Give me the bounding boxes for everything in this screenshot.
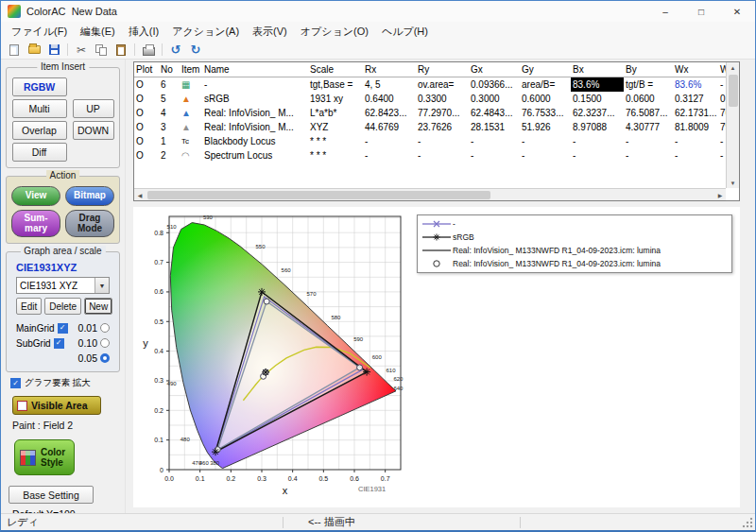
table-cell: 1 [159, 134, 180, 148]
column-header[interactable]: Wx [673, 62, 718, 77]
plot-toggle-cell[interactable]: O [134, 92, 159, 106]
table-cell: - [520, 148, 571, 163]
table-row[interactable]: O4▲Real: InfoVision_ M...L*a*b*62.8423..… [134, 106, 726, 120]
column-header[interactable]: Item [180, 62, 202, 77]
toolbar-separator [67, 43, 68, 56]
up-button[interactable]: UP [73, 99, 114, 118]
plot-toggle-cell[interactable]: O [134, 106, 159, 120]
column-header[interactable]: Ry [416, 62, 469, 77]
save-icon[interactable] [45, 42, 62, 58]
plot-toggle-cell[interactable]: O [134, 77, 159, 92]
color-style-button[interactable]: Color Style [14, 439, 75, 475]
chart-legend: -sRGBReal: InfoVision_ M133NWFD R1_04-09… [417, 215, 732, 273]
scroll-up-icon[interactable]: ▲ [727, 62, 739, 73]
legend-item: - [421, 217, 729, 231]
column-header[interactable]: Gy [520, 62, 571, 77]
visible-area-label: Visible Area [31, 400, 88, 411]
copy-icon[interactable] [93, 42, 110, 58]
scale-select[interactable]: CIE1931 XYZ ▼ [16, 277, 110, 294]
column-header[interactable]: Gx [469, 62, 520, 77]
main-area: PlotNoItemNameScaleRxRyGxGyBxByWxWO6▦-tg… [126, 60, 755, 513]
undo-icon[interactable]: ↺ [167, 42, 184, 58]
table-header: PlotNoItemNameScaleRxRyGxGyBxByWxW [134, 62, 726, 77]
legend-item: Real: InfoVision_ M133NWFD R1_04-09-2023… [421, 257, 729, 270]
tt: 0.6 [154, 288, 163, 295]
close-button[interactable]: ✕ [719, 1, 755, 22]
column-header[interactable]: Rx [363, 62, 416, 77]
table-cell: 8.97088 [571, 120, 624, 134]
table-cell: * * * [308, 148, 363, 163]
new-file-icon[interactable] [6, 42, 23, 58]
cut-icon[interactable]: ✂ [73, 42, 90, 58]
redo-icon[interactable]: ↻ [187, 42, 204, 58]
down-button[interactable]: DOWN [73, 121, 114, 140]
maximize-button[interactable]: □ [683, 1, 719, 22]
delete-button[interactable]: Delete [44, 298, 81, 315]
paste-icon[interactable] [112, 42, 129, 58]
maingrid-checkbox[interactable] [58, 323, 68, 334]
menu-item[interactable]: ファイル(F) [5, 25, 74, 39]
drag-mode-button[interactable]: Drag Mode [65, 210, 114, 237]
table-cell: 0.09366... [469, 77, 520, 92]
column-header[interactable]: Plot [134, 62, 159, 77]
subgrid-checkbox[interactable] [54, 338, 64, 349]
overlap-button[interactable]: Overlap [12, 121, 67, 140]
copy-pages-icon [95, 44, 107, 56]
table-cell: - [718, 148, 726, 163]
column-header[interactable]: By [624, 62, 673, 77]
multi-button[interactable]: Multi [12, 99, 67, 118]
visible-area-button[interactable]: Visible Area [12, 396, 101, 415]
step-010-radio[interactable] [100, 338, 110, 348]
table-row[interactable]: O6▦-tgt,Base =4, 5ov.area=0.09366...area… [134, 77, 726, 92]
app-icon [8, 5, 21, 18]
open-file-icon[interactable] [26, 42, 43, 58]
column-header[interactable]: No [159, 62, 180, 77]
menu-item[interactable]: アクション(A) [165, 25, 246, 39]
chevron-down-icon[interactable]: ▼ [94, 278, 109, 293]
rgbw-button[interactable]: RGBW [12, 77, 67, 96]
menu-item[interactable]: ヘルプ(H) [375, 25, 435, 39]
new-button[interactable]: New [84, 298, 112, 315]
print-icon[interactable] [140, 42, 157, 58]
diff-button[interactable]: Diff [12, 143, 67, 162]
table-cell: - [202, 77, 308, 92]
table-row[interactable]: O3▲Real: InfoVision_ M...XYZ44.676923.76… [134, 120, 726, 134]
table-vertical-scrollbar[interactable]: ▲ ▼ [726, 62, 739, 188]
table-horizontal-scrollbar[interactable]: ◀ ▶ [134, 188, 726, 200]
scroll-left-icon[interactable]: ◀ [134, 192, 146, 198]
menu-item[interactable]: オプション(O) [294, 25, 375, 39]
plot-toggle-cell[interactable]: O [134, 148, 159, 163]
scroll-down-icon[interactable]: ▼ [727, 178, 739, 188]
step-001-radio[interactable] [100, 323, 110, 333]
column-header[interactable]: Name [202, 62, 308, 77]
horizontal-scroll-thumb[interactable] [147, 191, 490, 199]
table-row[interactable]: O2◠Spectrum Locus* * *-------- [134, 148, 726, 163]
view-button[interactable]: View [11, 186, 60, 206]
column-header[interactable]: Bx [571, 62, 624, 77]
table-cell: - [624, 134, 673, 148]
tt: 0.7 [154, 259, 163, 266]
clipboard-icon [116, 44, 126, 56]
column-header[interactable]: W [718, 62, 726, 77]
menu-item[interactable]: 編集(E) [74, 25, 122, 39]
menu-item[interactable]: 表示(V) [246, 25, 294, 39]
summary-button[interactable]: Sum- mary [11, 210, 60, 237]
plot-toggle-cell[interactable]: O [134, 120, 159, 134]
vertical-scroll-thumb[interactable] [729, 75, 738, 107]
bitmap-button[interactable]: Bitmap [65, 186, 114, 206]
resize-grip[interactable] [741, 516, 754, 529]
graph-zoom-checkbox[interactable] [10, 378, 21, 388]
column-header[interactable]: Scale [308, 62, 363, 77]
step-005-radio[interactable] [100, 353, 110, 363]
base-setting-button[interactable]: Base Setting [9, 486, 94, 504]
table-row[interactable]: O1TcBlackbody Locus* * *-------- [134, 134, 726, 148]
edit-button[interactable]: Edit [16, 298, 42, 315]
star [262, 369, 269, 376]
item-insert-buttons: RGBW Multi UP Overlap DOWN Diff [10, 77, 115, 162]
legend-label: Real: InfoVision_ M133NWFD R1_04-09-2023… [453, 259, 661, 268]
table-row[interactable]: O5▲sRGB1931 xy0.64000.33000.30000.60000.… [134, 92, 726, 106]
menu-item[interactable]: 挿入(I) [122, 25, 165, 39]
scroll-right-icon[interactable]: ▶ [714, 192, 726, 198]
plot-toggle-cell[interactable]: O [134, 134, 159, 148]
minimize-button[interactable]: – [647, 1, 683, 22]
